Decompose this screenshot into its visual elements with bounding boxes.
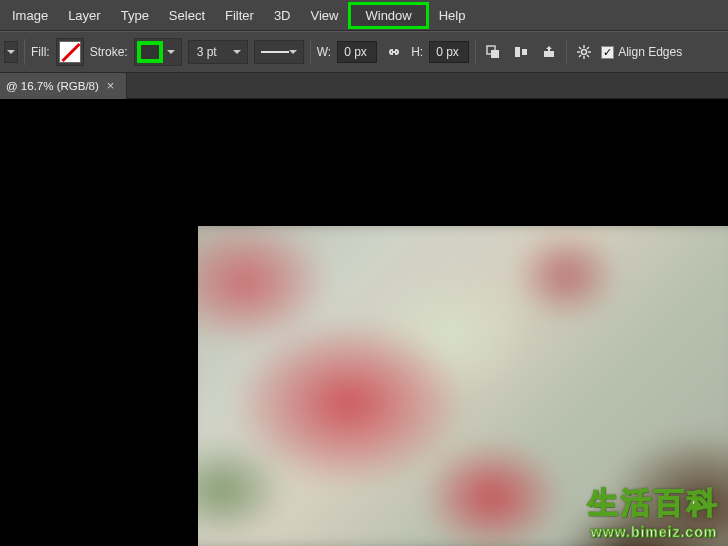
separator [475,39,476,65]
menu-view[interactable]: View [301,2,349,29]
stroke-label: Stroke: [90,45,128,59]
stroke-swatch-icon [137,41,163,63]
separator [566,39,567,65]
document-tab-title: @ 16.7% (RGB/8) [6,80,99,92]
link-dimensions-button[interactable] [383,41,405,63]
fill-label: Fill: [31,45,50,59]
menu-3d[interactable]: 3D [264,2,301,29]
watermark-line2: www.bimeiz.com [588,524,720,540]
menu-select[interactable]: Select [159,2,215,29]
path-operations-icon [485,44,501,60]
menu-bar: Image Layer Type Select Filter 3D View W… [0,0,728,31]
watermark-line1: 生活百科 [588,483,720,524]
height-label: H: [411,45,423,59]
menu-window[interactable]: Window [348,2,428,29]
gear-icon [576,44,592,60]
menu-filter[interactable]: Filter [215,2,264,29]
options-bar: Fill: Stroke: 3 pt W: H: [0,31,728,73]
svg-rect-3 [522,49,527,55]
menu-image[interactable]: Image [2,2,58,29]
svg-rect-1 [491,50,499,58]
checkbox-checked-icon [601,46,614,59]
link-icon [386,45,402,59]
width-input[interactable] [337,41,377,63]
align-edges-toggle[interactable]: Align Edges [601,45,682,59]
menu-help[interactable]: Help [429,2,476,29]
path-operations-button[interactable] [482,41,504,63]
document-tab-bar: @ 16.7% (RGB/8) × [0,73,728,99]
path-arrangement-icon [541,44,557,60]
path-alignment-icon [513,44,529,60]
solid-line-icon [261,51,289,53]
stroke-style-dropdown[interactable] [254,40,304,64]
path-arrangement-button[interactable] [538,41,560,63]
chevron-down-icon [7,50,15,54]
stroke-swatch-dropdown[interactable] [134,38,182,66]
stroke-width-dropdown[interactable]: 3 pt [188,40,248,64]
menu-layer[interactable]: Layer [58,2,111,29]
svg-point-5 [582,50,587,55]
stroke-width-value: 3 pt [197,45,217,59]
svg-line-12 [579,55,581,57]
svg-rect-2 [515,47,520,57]
width-label: W: [317,45,331,59]
canvas-area[interactable]: 生活百科 www.bimeiz.com [0,99,728,546]
no-fill-swatch-icon [59,41,81,63]
separator [24,39,25,65]
align-edges-label: Align Edges [618,45,682,59]
svg-line-13 [587,47,589,49]
chevron-down-icon [167,50,175,54]
svg-line-11 [587,55,589,57]
shape-settings-button[interactable] [573,41,595,63]
separator [310,39,311,65]
chevron-down-icon [233,50,241,54]
chevron-down-icon [289,50,297,54]
menu-type[interactable]: Type [111,2,159,29]
watermark: 生活百科 www.bimeiz.com [588,483,720,540]
fill-swatch-dropdown[interactable] [56,38,84,66]
tool-preset-dropdown[interactable] [4,41,18,63]
svg-line-10 [579,47,581,49]
close-tab-button[interactable]: × [105,78,117,93]
height-input[interactable] [429,41,469,63]
document-tab[interactable]: @ 16.7% (RGB/8) × [0,73,127,99]
path-alignment-button[interactable] [510,41,532,63]
